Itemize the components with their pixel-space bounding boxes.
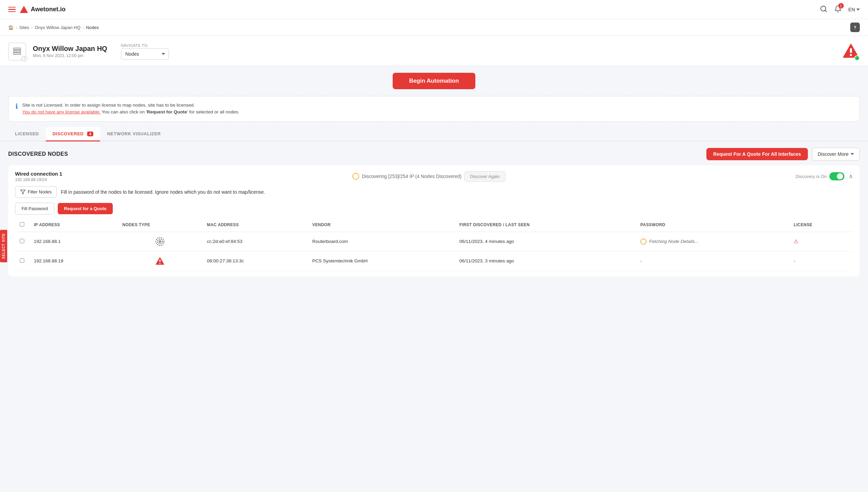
robot-logo [842,42,860,61]
robot-status-dot [854,55,860,61]
info-text-1: Site is not Licensed. In order to assign… [22,102,195,108]
filter-nodes-label: Filter Nodes [28,189,52,194]
filter-instructions: Fill in password of the nodes to be lice… [61,189,265,195]
tab-network-visualizer[interactable]: NETWORK VISUALIZER [100,127,167,141]
page-icon-question: ? [22,56,27,62]
td-vendor: PCS Systemtechnik GmbH [308,251,455,271]
fetching-status: Fetching Node Details... [640,238,784,245]
page-header: ? Onyx Willow Japan HQ Mon, 6 Nov 2023, … [0,36,868,66]
router-icon-container [122,237,198,246]
notification-button[interactable]: 1 [834,5,842,14]
search-button[interactable] [820,5,827,14]
discovering-status: Discovering [253]/254 IP (4 Nodes Discov… [352,171,505,182]
fetching-text: Fetching Node Details... [649,239,699,244]
table-body: 192.168.88.1 cc:2d:e0:ef:84:53 Routerboa… [15,232,853,271]
connection-name: Wired connection 1 [15,171,62,177]
logo-triangle-icon [20,6,28,13]
language-selector[interactable]: EN [849,7,860,12]
discovery-label: Discovery is On [796,174,827,179]
breadcrumb-bar: 🏠 › Sites › Onyx Willow Japan HQ › Nodes… [0,19,868,36]
th-vendor: VENDOR [308,218,455,232]
table-header-row: IP ADDRESS NODES TYPE MAC ADDRESS VENDOR… [15,218,853,232]
info-bold-text: Request for Quote [147,109,187,114]
hamburger-menu-button[interactable] [8,7,16,12]
discovering-text: Discovering [253]/254 IP (4 Nodes Discov… [362,174,462,179]
table-row: 192.168.88.1 cc:2d:e0:ef:84:53 Routerboa… [15,232,853,251]
svg-rect-4 [14,53,21,54]
td-vendor: Routerboard.com [308,232,455,251]
tab-discovered-label: DISCOVERED [53,131,84,136]
td-mac: 08:00:27:38:13:3c [202,251,308,271]
info-text: Site is not Licensed. In order to assign… [22,102,240,116]
request-quote-button[interactable]: Request for a Quote [58,203,112,214]
discover-again-button[interactable]: Discover Again [464,171,506,182]
page-date: Mon, 6 Nov 2023, 12:00 pm [33,53,107,58]
fill-password-button[interactable]: Fill Password [15,203,54,215]
td-first-seen: 06/11/2023, 4 minutes ago [455,232,636,251]
page-icon: ? [8,43,26,60]
connection-ip: 192.168.88.19/24 [15,177,62,182]
svg-rect-7 [850,48,852,53]
svg-marker-8 [21,190,25,194]
select-all-checkbox[interactable] [20,222,24,227]
svg-point-11 [156,237,164,245]
breadcrumb: 🏠 › Sites › Onyx Willow Japan HQ › Nodes [8,25,99,30]
discovery-toggle-switch[interactable] [829,172,844,180]
row-checkbox[interactable] [20,239,24,243]
begin-automation-button[interactable]: Begin Automation [393,73,475,89]
td-license: ⚠ [789,232,853,251]
nodes-table: IP ADDRESS NODES TYPE MAC ADDRESS VENDOR… [15,218,853,271]
svg-rect-2 [14,48,21,50]
tab-discovered[interactable]: DISCOVERED 4 [46,127,100,141]
th-checkbox [15,218,29,232]
info-text-2: You can also click on ' [102,109,147,114]
td-mac: cc:2d:e0:ef:84:53 [202,232,308,251]
nav-left: Awetonet.io [8,6,820,13]
section-header: DISCOVERED NODES Request For A Quote For… [8,141,860,165]
discover-more-button[interactable]: Discover More [812,148,860,161]
tab-discovered-badge: 4 [87,132,94,136]
info-link[interactable]: You do not have any license available. [22,109,100,114]
select-site-label[interactable]: SELECT SITE [0,230,7,262]
awetonet-icon-container [122,256,198,266]
breadcrumb-current: Nodes [86,25,99,30]
help-button[interactable]: ? [850,23,860,32]
request-quote-all-button[interactable]: Request For A Quote For All Interfaces [706,148,808,160]
lang-text: EN [849,7,855,12]
breadcrumb-sites[interactable]: Sites [19,25,29,30]
filter-nodes-button[interactable]: Filter Nodes [15,186,57,198]
logo-text: Awetonet.io [31,6,66,13]
discovery-toggle: Discovery is On [796,172,844,180]
connection-right: Discovery is On ∧ [796,172,853,180]
navigate-dropdown[interactable]: Nodes Interfaces Dashboard [121,48,169,60]
info-text-3: ' for selected or all nodes. [187,109,239,114]
logo: Awetonet.io [20,6,66,13]
page-title-block: Onyx Willow Japan HQ Mon, 6 Nov 2023, 12… [33,45,107,58]
breadcrumb-site-name[interactable]: Onyx Willow Japan HQ [35,25,81,30]
toggle-slider [829,172,844,180]
main-content: DISCOVERED NODES Request For A Quote For… [0,141,868,289]
nav-right: 1 EN [820,5,860,14]
warning-icon: ⚠ [794,238,798,244]
td-ip: 192.168.88.19 [29,251,118,271]
info-banner: ℹ Site is not Licensed. In order to assi… [8,96,860,122]
svg-point-10 [158,239,162,244]
tabs-bar: LICENSED DISCOVERED 4 NETWORK VISUALIZER [0,127,868,141]
row-checkbox[interactable] [20,258,24,263]
top-navigation: Awetonet.io 1 EN [0,0,868,19]
table-row: 192.168.88.19 08:00:27:38:13:3c PCS Syst… [15,251,853,271]
router-icon [155,237,165,246]
table-header: IP ADDRESS NODES TYPE MAC ADDRESS VENDOR… [15,218,853,232]
td-password: - [636,251,789,271]
th-mac-address: MAC ADDRESS [202,218,308,232]
breadcrumb-home[interactable]: 🏠 [8,25,14,30]
td-node-type [118,232,202,251]
connection-info: Wired connection 1 192.168.88.19/24 [15,171,62,182]
page-title: Onyx Willow Japan HQ [33,45,107,53]
td-password: Fetching Node Details... [636,232,789,251]
collapse-button[interactable]: ∧ [849,173,853,180]
svg-line-1 [825,10,826,12]
td-license: - [789,251,853,271]
tab-licensed[interactable]: LICENSED [8,127,46,141]
navigate-label: NAVIGATE TO: [121,43,169,47]
